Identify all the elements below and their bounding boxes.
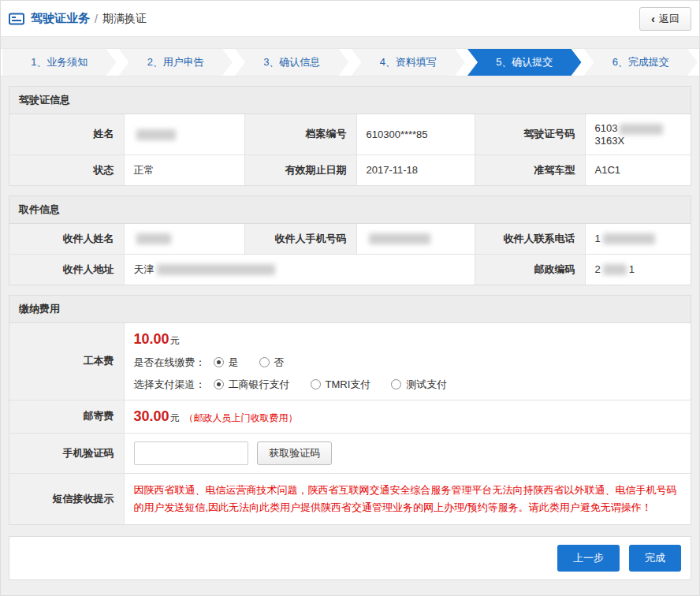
fees-table: 工本费 10.00元 是否在线缴费： 是 否 bbox=[9, 323, 691, 524]
pickup-section-title: 取件信息 bbox=[9, 196, 691, 224]
online-pay-yes-radio[interactable]: 是 bbox=[214, 356, 239, 370]
online-pay-no-radio[interactable]: 否 bbox=[259, 356, 285, 370]
production-fee-amount-line: 10.00元 bbox=[134, 331, 682, 348]
vehicle-class-label: 准驾车型 bbox=[475, 155, 585, 185]
postcode-value: 21 bbox=[585, 254, 691, 285]
table-row: 状态 正常 有效期止日期 2017-11-18 准驾车型 A1C1 bbox=[9, 155, 691, 185]
table-row: 收件人姓名 收件人手机号码 收件人联系电话 1 bbox=[9, 224, 691, 255]
table-row: 姓名 档案编号 610300****85 驾驶证号码 61033163X bbox=[9, 114, 691, 155]
sms-code-label: 手机验证码 bbox=[9, 433, 124, 473]
recipient-address-prefix: 天津 bbox=[134, 263, 155, 275]
name-label: 姓名 bbox=[9, 114, 124, 155]
table-row: 收件人地址 天津 邮政编码 21 bbox=[9, 254, 691, 285]
payment-channel-label: 选择支付渠道： bbox=[134, 378, 206, 392]
mail-fee-label: 邮寄费 bbox=[9, 400, 124, 433]
production-fee-label: 工本费 bbox=[9, 323, 124, 400]
table-row: 工本费 10.00元 是否在线缴费： 是 否 bbox=[9, 323, 691, 400]
mail-fee-unit: 元 bbox=[170, 412, 180, 423]
postcode-suffix: 1 bbox=[629, 263, 635, 275]
expiry-label: 有效期止日期 bbox=[244, 155, 356, 185]
channel-icbc-label: 工商银行支付 bbox=[229, 378, 290, 392]
page-subtitle: 期满换证 bbox=[102, 12, 147, 26]
redacted-recipient-address bbox=[157, 264, 275, 275]
recipient-mobile-value bbox=[356, 224, 475, 255]
radio-checked-icon bbox=[214, 379, 224, 389]
back-button-label: 返回 bbox=[659, 12, 680, 26]
back-chevron-icon: ‹ bbox=[651, 13, 655, 24]
table-row: 手机验证码 获取验证码 bbox=[9, 433, 691, 473]
online-pay-yes-label: 是 bbox=[229, 356, 239, 370]
recipient-phone-label: 收件人联系电话 bbox=[475, 224, 585, 255]
radio-unchecked-icon bbox=[311, 379, 321, 389]
redacted-recipient-phone bbox=[603, 233, 655, 244]
table-row: 短信接收提示 因陕西省联通、电信运营商技术问题，陕西省互联网交通安全综合服务管理… bbox=[9, 473, 691, 524]
recipient-name-value bbox=[124, 224, 244, 255]
recipient-phone-prefix: 1 bbox=[595, 233, 601, 244]
mail-fee-note: （邮政人员上门收取费用） bbox=[184, 412, 298, 423]
step-1-business-notice[interactable]: 1、业务须知 bbox=[2, 49, 117, 76]
pickup-info-section: 取件信息 收件人姓名 收件人手机号码 收件人联系电话 1 收件人地址 天 bbox=[9, 196, 691, 285]
previous-step-button[interactable]: 上一步 bbox=[557, 545, 620, 572]
production-fee-amount: 10.00 bbox=[134, 331, 169, 347]
mail-fee-cell: 30.00元（邮政人员上门收取费用） bbox=[124, 400, 691, 433]
page-title: 驾驶证业务 bbox=[31, 11, 90, 26]
sms-code-input[interactable] bbox=[134, 441, 248, 465]
redacted-postcode bbox=[603, 264, 627, 275]
pickup-info-table: 收件人姓名 收件人手机号码 收件人联系电话 1 收件人地址 天津 邮政编码 21 bbox=[9, 224, 691, 285]
back-button[interactable]: ‹ 返回 bbox=[639, 7, 691, 31]
expiry-value: 2017-11-18 bbox=[356, 155, 475, 185]
production-fee-cell: 10.00元 是否在线缴费： 是 否 选择支 bbox=[124, 323, 691, 400]
online-pay-label: 是否在线缴费： bbox=[134, 356, 206, 370]
fees-section-title: 缴纳费用 bbox=[9, 296, 691, 323]
channel-test-radio[interactable]: 测试支付 bbox=[391, 378, 447, 392]
finish-button[interactable]: 完成 bbox=[629, 545, 681, 572]
payment-channel-row: 选择支付渠道： 工商银行支付 TMRI支付 测试支付 bbox=[134, 378, 682, 392]
license-number-suffix: 3163X bbox=[595, 135, 625, 147]
channel-tmri-radio[interactable]: TMRI支付 bbox=[311, 378, 371, 392]
sms-tip-label: 短信接收提示 bbox=[9, 473, 124, 524]
license-number-value: 61033163X bbox=[585, 114, 691, 155]
radio-unchecked-icon bbox=[259, 357, 270, 367]
breadcrumb-separator: / bbox=[95, 13, 98, 25]
redacted-license-number bbox=[620, 124, 663, 135]
step-2-user-declaration[interactable]: 2、用户申告 bbox=[119, 49, 233, 76]
channel-test-label: 测试支付 bbox=[406, 378, 447, 392]
redacted-recipient-mobile bbox=[369, 233, 430, 244]
recipient-phone-value: 1 bbox=[585, 224, 691, 255]
production-fee-unit: 元 bbox=[170, 335, 180, 346]
channel-tmri-label: TMRI支付 bbox=[326, 378, 371, 392]
radio-unchecked-icon bbox=[391, 379, 401, 389]
file-number-label: 档案编号 bbox=[244, 114, 356, 155]
status-label: 状态 bbox=[9, 155, 124, 185]
recipient-name-label: 收件人姓名 bbox=[9, 224, 124, 255]
step-4-fill-data[interactable]: 4、资料填写 bbox=[352, 49, 466, 76]
sms-tip-cell: 因陕西省联通、电信运营商技术问题，陕西省互联网交通安全综合服务管理平台无法向持陕… bbox=[124, 473, 691, 524]
step-5-confirm-submit[interactable]: 5、确认提交 bbox=[467, 49, 582, 76]
recipient-address-label: 收件人地址 bbox=[9, 254, 124, 285]
table-row: 邮寄费 30.00元（邮政人员上门收取费用） bbox=[9, 400, 691, 433]
license-info-section: 驾驶证信息 姓名 档案编号 610300****85 驾驶证号码 6103316… bbox=[9, 86, 691, 186]
status-value: 正常 bbox=[124, 155, 244, 185]
license-number-prefix: 6103 bbox=[595, 122, 618, 134]
license-section-title: 驾驶证信息 bbox=[9, 87, 691, 114]
get-code-button[interactable]: 获取验证码 bbox=[257, 441, 332, 465]
sms-tip-text: 因陕西省联通、电信运营商技术问题，陕西省互联网交通安全综合服务管理平台无法向持陕… bbox=[134, 482, 682, 516]
postcode-label: 邮政编码 bbox=[475, 254, 585, 285]
name-value bbox=[124, 114, 244, 155]
online-pay-row: 是否在线缴费： 是 否 bbox=[134, 356, 682, 370]
sms-code-cell: 获取验证码 bbox=[124, 433, 691, 473]
online-pay-no-label: 否 bbox=[274, 356, 285, 370]
step-3-confirm-info[interactable]: 3、确认信息 bbox=[235, 49, 349, 76]
channel-icbc-radio[interactable]: 工商银行支付 bbox=[214, 378, 290, 392]
vehicle-class-value: A1C1 bbox=[585, 155, 691, 185]
step-6-finish-submit[interactable]: 6、完成提交 bbox=[584, 49, 698, 76]
postcode-prefix: 2 bbox=[595, 263, 601, 275]
redacted-name bbox=[136, 129, 176, 140]
recipient-address-value: 天津 bbox=[124, 254, 475, 285]
step-navigation: 1、业务须知 2、用户申告 3、确认信息 4、资料填写 5、确认提交 6、完成提… bbox=[1, 48, 699, 76]
license-card-icon bbox=[9, 13, 24, 25]
radio-checked-icon bbox=[214, 357, 224, 367]
page: 驾驶证业务 / 期满换证 ‹ 返回 1、业务须知 2、用户申告 3、确认信息 4… bbox=[0, 0, 700, 596]
footer-action-bar: 上一步 完成 bbox=[9, 536, 691, 580]
mail-fee-amount: 30.00 bbox=[134, 408, 169, 424]
